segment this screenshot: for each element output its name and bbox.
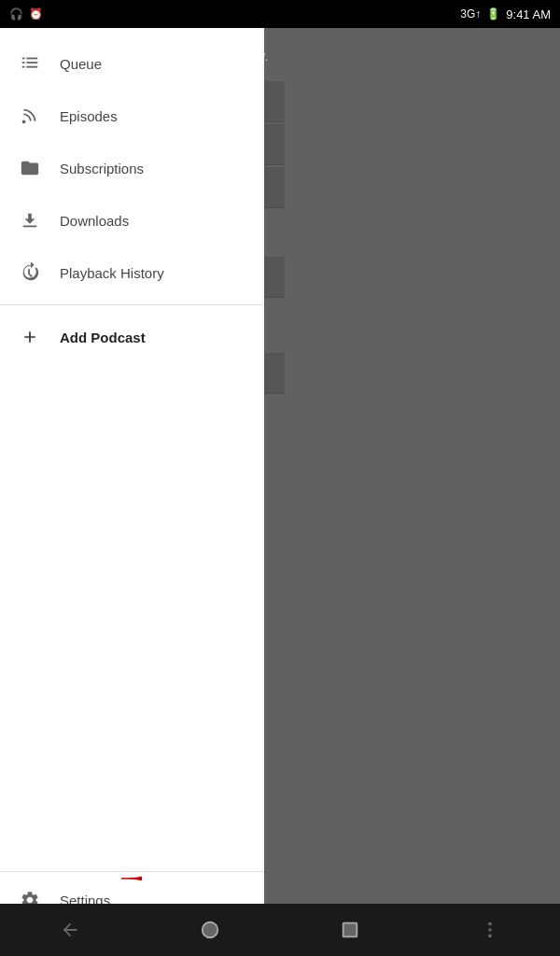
alarm-icon: ⏰: [29, 7, 43, 21]
sidebar-item-add-podcast-label: Add Podcast: [60, 330, 245, 345]
sidebar-item-add-podcast[interactable]: Add Podcast: [0, 311, 264, 363]
svg-point-12: [488, 922, 492, 926]
battery-icon: 🔋: [486, 7, 500, 21]
status-bar-left: 🎧 ⏰: [9, 7, 43, 21]
list-icon: [19, 52, 41, 75]
sidebar-item-episodes-label: Episodes: [60, 108, 245, 124]
bottom-nav: [0, 904, 560, 956]
svg-point-6: [22, 120, 26, 124]
svg-rect-0: [22, 58, 25, 60]
nav-items: Queue Episodes Subscriptions: [0, 28, 264, 871]
svg-rect-9: [121, 878, 135, 879]
svg-rect-11: [343, 923, 357, 937]
svg-rect-2: [22, 62, 25, 63]
svg-point-10: [203, 922, 218, 938]
folder-icon: [19, 157, 41, 179]
headphone-icon: 🎧: [9, 7, 23, 21]
download-icon: [19, 209, 41, 232]
sidebar-item-playback-history-label: Playback History: [60, 265, 245, 281]
history-icon: [19, 261, 41, 284]
sidebar-item-episodes[interactable]: Episodes: [0, 90, 264, 142]
status-bar: 🎧 ⏰ 3G↑ 🔋 9:41 AM: [0, 0, 560, 28]
red-arrow: [121, 868, 142, 893]
nav-divider: [0, 304, 264, 305]
sidebar-item-downloads[interactable]: Downloads: [0, 194, 264, 246]
svg-rect-4: [22, 66, 25, 68]
back-button[interactable]: [42, 911, 98, 949]
sidebar-item-playback-history[interactable]: Playback History: [0, 246, 264, 299]
svg-rect-7: [23, 226, 37, 228]
status-bar-right: 3G↑ 🔋 9:41 AM: [460, 7, 551, 21]
home-button[interactable]: [182, 911, 238, 949]
svg-rect-1: [26, 58, 37, 60]
status-time: 9:41 AM: [506, 7, 551, 21]
recents-button[interactable]: [322, 911, 378, 949]
svg-point-13: [488, 928, 492, 932]
sidebar-item-downloads-label: Downloads: [60, 213, 245, 229]
rss-icon: [19, 105, 41, 127]
svg-rect-5: [26, 66, 37, 68]
overflow-menu-button[interactable]: [462, 911, 518, 949]
sidebar-item-subscriptions-label: Subscriptions: [60, 161, 245, 176]
sidebar-item-subscriptions[interactable]: Subscriptions: [0, 142, 264, 194]
sidebar-item-queue-label: Queue: [60, 56, 245, 72]
network-icon: 3G↑: [460, 7, 481, 21]
svg-rect-3: [26, 62, 37, 63]
add-icon: [19, 326, 41, 348]
svg-point-14: [488, 935, 492, 938]
sidebar-item-queue[interactable]: Queue: [0, 37, 264, 90]
nav-drawer: Queue Episodes Subscriptions: [0, 28, 264, 928]
